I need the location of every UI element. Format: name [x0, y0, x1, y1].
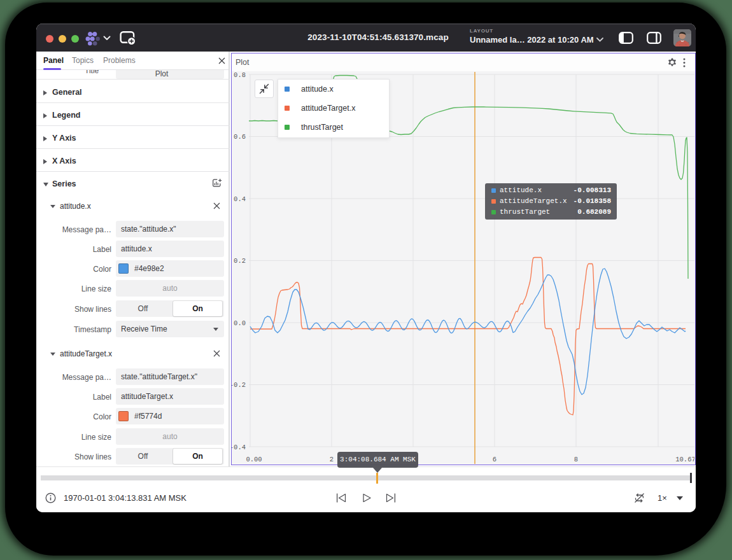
- svg-text:0.0: 0.0: [234, 319, 246, 327]
- svg-text:-0.4: -0.4: [232, 444, 246, 451]
- svg-text:6: 6: [493, 456, 496, 463]
- svg-text:0.4: 0.4: [234, 195, 246, 203]
- svg-text:0.2: 0.2: [234, 257, 246, 265]
- svg-text:0.8: 0.8: [234, 71, 246, 79]
- svg-text:2: 2: [330, 456, 334, 463]
- svg-text:0.00: 0.00: [246, 456, 262, 463]
- svg-text:-0.2: -0.2: [232, 381, 246, 389]
- svg-text:0.6: 0.6: [234, 133, 246, 141]
- svg-text:10.67: 10.67: [675, 456, 694, 463]
- svg-text:8: 8: [574, 456, 578, 463]
